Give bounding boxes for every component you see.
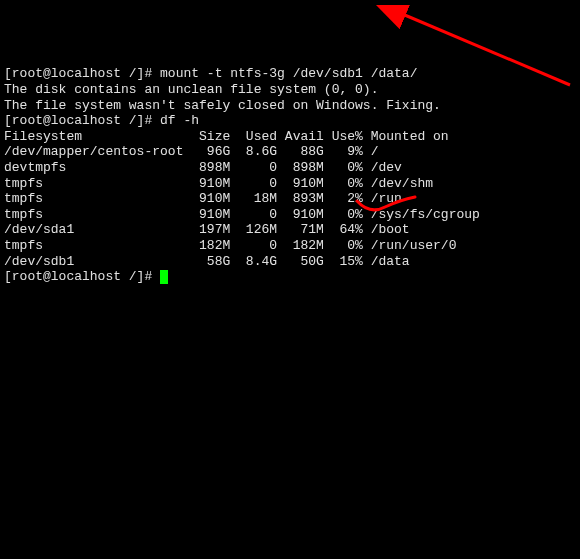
shell-prompt: [root@localhost /]# bbox=[4, 113, 160, 128]
shell-prompt: [root@localhost /]# bbox=[4, 66, 160, 81]
df-row: devtmpfs 898M 0 898M 0% /dev bbox=[4, 160, 576, 176]
shell-prompt: [root@localhost /]# bbox=[4, 269, 160, 284]
df-row: tmpfs 182M 0 182M 0% /run/user/0 bbox=[4, 238, 576, 254]
df-row: tmpfs 910M 0 910M 0% /sys/fs/cgroup bbox=[4, 207, 576, 223]
terminal-screen[interactable]: [root@localhost /]# mount -t ntfs-3g /de… bbox=[4, 66, 576, 284]
command-text: mount -t ntfs-3g /dev/sdb1 /data/ bbox=[160, 66, 417, 81]
df-header: Filesystem Size Used Avail Use% Mounted … bbox=[4, 129, 576, 145]
df-row: /dev/sda1 197M 126M 71M 64% /boot bbox=[4, 222, 576, 238]
terminal-line-command: [root@localhost /]# mount -t ntfs-3g /de… bbox=[4, 66, 576, 82]
terminal-output-line: The file system wasn't safely closed on … bbox=[4, 98, 576, 114]
terminal-line-prompt: [root@localhost /]# bbox=[4, 269, 576, 285]
terminal-output-line: The disk contains an unclean file system… bbox=[4, 82, 576, 98]
cursor-icon bbox=[160, 270, 168, 284]
terminal-line-command: [root@localhost /]# df -h bbox=[4, 113, 576, 129]
df-row: /dev/sdb1 58G 8.4G 50G 15% /data bbox=[4, 254, 576, 270]
df-row: /dev/mapper/centos-root 96G 8.6G 88G 9% … bbox=[4, 144, 576, 160]
df-row: tmpfs 910M 18M 893M 2% /run bbox=[4, 191, 576, 207]
command-text: df -h bbox=[160, 113, 199, 128]
df-row: tmpfs 910M 0 910M 0% /dev/shm bbox=[4, 176, 576, 192]
